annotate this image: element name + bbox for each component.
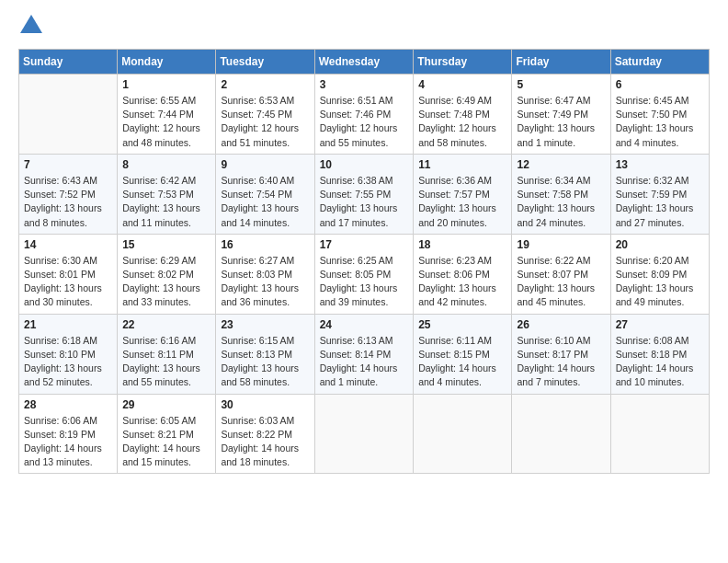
day-info: Sunrise: 6:23 AM Sunset: 8:06 PM Dayligh… <box>418 254 506 310</box>
day-info: Sunrise: 6:38 AM Sunset: 7:55 PM Dayligh… <box>320 174 409 230</box>
day-cell: 19Sunrise: 6:22 AM Sunset: 8:07 PM Dayli… <box>512 234 610 314</box>
day-info: Sunrise: 6:53 AM Sunset: 7:45 PM Dayligh… <box>221 94 309 150</box>
calendar-table: SundayMondayTuesdayWednesdayThursdayFrid… <box>18 49 710 474</box>
day-info: Sunrise: 6:49 AM Sunset: 7:48 PM Dayligh… <box>418 94 506 150</box>
day-info: Sunrise: 6:20 AM Sunset: 8:09 PM Dayligh… <box>616 254 704 310</box>
day-info: Sunrise: 6:27 AM Sunset: 8:03 PM Dayligh… <box>221 254 309 310</box>
day-info: Sunrise: 6:05 AM Sunset: 8:21 PM Dayligh… <box>122 414 210 470</box>
day-cell <box>19 75 118 155</box>
weekday-header-row: SundayMondayTuesdayWednesdayThursdayFrid… <box>19 50 710 75</box>
day-info: Sunrise: 6:51 AM Sunset: 7:46 PM Dayligh… <box>320 94 409 150</box>
day-cell: 1Sunrise: 6:55 AM Sunset: 7:44 PM Daylig… <box>118 75 216 155</box>
day-cell: 11Sunrise: 6:36 AM Sunset: 7:57 PM Dayli… <box>414 154 512 234</box>
day-number: 30 <box>221 398 309 411</box>
day-cell: 16Sunrise: 6:27 AM Sunset: 8:03 PM Dayli… <box>216 234 314 314</box>
day-cell <box>314 394 414 474</box>
day-info: Sunrise: 6:18 AM Sunset: 8:10 PM Dayligh… <box>24 334 112 390</box>
day-number: 23 <box>221 318 309 331</box>
day-cell: 24Sunrise: 6:13 AM Sunset: 8:14 PM Dayli… <box>314 314 414 394</box>
day-cell: 27Sunrise: 6:08 AM Sunset: 8:18 PM Dayli… <box>610 314 709 394</box>
day-number: 20 <box>616 238 704 251</box>
day-info: Sunrise: 6:47 AM Sunset: 7:49 PM Dayligh… <box>517 94 605 150</box>
svg-marker-0 <box>20 15 42 33</box>
day-number: 2 <box>221 78 309 91</box>
day-cell: 7Sunrise: 6:43 AM Sunset: 7:52 PM Daylig… <box>19 154 118 234</box>
day-info: Sunrise: 6:32 AM Sunset: 7:59 PM Dayligh… <box>616 174 704 230</box>
day-number: 1 <box>122 78 210 91</box>
week-row-3: 14Sunrise: 6:30 AM Sunset: 8:01 PM Dayli… <box>19 234 710 314</box>
day-number: 10 <box>320 158 409 171</box>
week-row-1: 1Sunrise: 6:55 AM Sunset: 7:44 PM Daylig… <box>19 75 710 155</box>
day-cell: 13Sunrise: 6:32 AM Sunset: 7:59 PM Dayli… <box>610 154 709 234</box>
day-number: 13 <box>616 158 704 171</box>
day-number: 6 <box>616 78 704 91</box>
day-cell: 15Sunrise: 6:29 AM Sunset: 8:02 PM Dayli… <box>118 234 216 314</box>
day-number: 27 <box>616 318 704 331</box>
day-info: Sunrise: 6:45 AM Sunset: 7:50 PM Dayligh… <box>616 94 704 150</box>
day-info: Sunrise: 6:16 AM Sunset: 8:11 PM Dayligh… <box>122 334 210 390</box>
day-cell: 28Sunrise: 6:06 AM Sunset: 8:19 PM Dayli… <box>19 394 118 474</box>
day-cell: 18Sunrise: 6:23 AM Sunset: 8:06 PM Dayli… <box>414 234 512 314</box>
day-number: 17 <box>320 238 409 251</box>
day-info: Sunrise: 6:43 AM Sunset: 7:52 PM Dayligh… <box>24 174 112 230</box>
day-number: 16 <box>221 238 309 251</box>
day-number: 29 <box>122 398 210 411</box>
weekday-header-monday: Monday <box>118 50 216 75</box>
header <box>18 15 710 38</box>
weekday-header-friday: Friday <box>512 50 610 75</box>
day-info: Sunrise: 6:29 AM Sunset: 8:02 PM Dayligh… <box>122 254 210 310</box>
day-cell: 17Sunrise: 6:25 AM Sunset: 8:05 PM Dayli… <box>314 234 414 314</box>
day-cell: 21Sunrise: 6:18 AM Sunset: 8:10 PM Dayli… <box>19 314 118 394</box>
weekday-header-tuesday: Tuesday <box>216 50 314 75</box>
day-number: 18 <box>418 238 506 251</box>
day-info: Sunrise: 6:03 AM Sunset: 8:22 PM Dayligh… <box>221 414 309 470</box>
day-cell: 3Sunrise: 6:51 AM Sunset: 7:46 PM Daylig… <box>314 75 414 155</box>
day-info: Sunrise: 6:11 AM Sunset: 8:15 PM Dayligh… <box>418 334 506 390</box>
day-cell: 23Sunrise: 6:15 AM Sunset: 8:13 PM Dayli… <box>216 314 314 394</box>
day-cell: 26Sunrise: 6:10 AM Sunset: 8:17 PM Dayli… <box>512 314 610 394</box>
page-container: SundayMondayTuesdayWednesdayThursdayFrid… <box>0 0 728 488</box>
day-number: 26 <box>517 318 605 331</box>
day-info: Sunrise: 6:30 AM Sunset: 8:01 PM Dayligh… <box>24 254 112 310</box>
day-cell: 22Sunrise: 6:16 AM Sunset: 8:11 PM Dayli… <box>118 314 216 394</box>
day-cell: 20Sunrise: 6:20 AM Sunset: 8:09 PM Dayli… <box>610 234 709 314</box>
day-cell: 30Sunrise: 6:03 AM Sunset: 8:22 PM Dayli… <box>216 394 314 474</box>
day-info: Sunrise: 6:25 AM Sunset: 8:05 PM Dayligh… <box>320 254 409 310</box>
day-cell: 29Sunrise: 6:05 AM Sunset: 8:21 PM Dayli… <box>118 394 216 474</box>
day-info: Sunrise: 6:10 AM Sunset: 8:17 PM Dayligh… <box>517 334 605 390</box>
day-cell <box>414 394 512 474</box>
day-number: 3 <box>320 78 409 91</box>
day-cell: 2Sunrise: 6:53 AM Sunset: 7:45 PM Daylig… <box>216 75 314 155</box>
day-number: 11 <box>418 158 506 171</box>
day-number: 15 <box>122 238 210 251</box>
logo-icon <box>20 15 42 33</box>
day-info: Sunrise: 6:34 AM Sunset: 7:58 PM Dayligh… <box>517 174 605 230</box>
day-cell <box>512 394 610 474</box>
day-number: 9 <box>221 158 309 171</box>
day-cell: 5Sunrise: 6:47 AM Sunset: 7:49 PM Daylig… <box>512 75 610 155</box>
logo-text <box>18 15 42 38</box>
day-number: 25 <box>418 318 506 331</box>
logo <box>18 15 42 38</box>
day-number: 4 <box>418 78 506 91</box>
day-number: 28 <box>24 398 112 411</box>
day-cell: 6Sunrise: 6:45 AM Sunset: 7:50 PM Daylig… <box>610 75 709 155</box>
day-cell: 25Sunrise: 6:11 AM Sunset: 8:15 PM Dayli… <box>414 314 512 394</box>
day-info: Sunrise: 6:06 AM Sunset: 8:19 PM Dayligh… <box>24 414 112 470</box>
day-info: Sunrise: 6:40 AM Sunset: 7:54 PM Dayligh… <box>221 174 309 230</box>
day-info: Sunrise: 6:36 AM Sunset: 7:57 PM Dayligh… <box>418 174 506 230</box>
day-info: Sunrise: 6:42 AM Sunset: 7:53 PM Dayligh… <box>122 174 210 230</box>
day-number: 19 <box>517 238 605 251</box>
day-cell: 4Sunrise: 6:49 AM Sunset: 7:48 PM Daylig… <box>414 75 512 155</box>
day-cell <box>610 394 709 474</box>
day-number: 14 <box>24 238 112 251</box>
day-number: 7 <box>24 158 112 171</box>
day-info: Sunrise: 6:08 AM Sunset: 8:18 PM Dayligh… <box>616 334 704 390</box>
day-number: 21 <box>24 318 112 331</box>
weekday-header-wednesday: Wednesday <box>314 50 414 75</box>
week-row-2: 7Sunrise: 6:43 AM Sunset: 7:52 PM Daylig… <box>19 154 710 234</box>
week-row-5: 28Sunrise: 6:06 AM Sunset: 8:19 PM Dayli… <box>19 394 710 474</box>
day-info: Sunrise: 6:22 AM Sunset: 8:07 PM Dayligh… <box>517 254 605 310</box>
day-number: 8 <box>122 158 210 171</box>
day-info: Sunrise: 6:15 AM Sunset: 8:13 PM Dayligh… <box>221 334 309 390</box>
